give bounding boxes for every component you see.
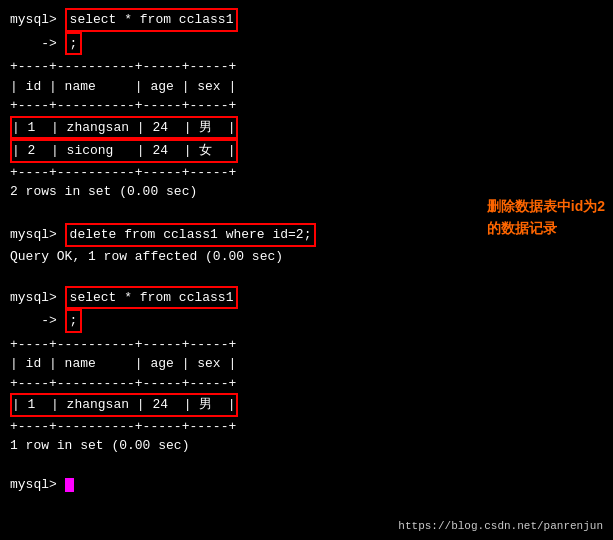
table-divider-1: +----+----------+-----+-----+ — [10, 96, 603, 116]
cmd2-text: delete from cclass1 where id=2; — [70, 227, 312, 242]
command-block-1: mysql> select * from cclass1 -> ; — [10, 8, 603, 55]
table-header-2: | id | name | age | sex | — [10, 354, 603, 374]
cmd3-text: select * from cclass1 — [70, 290, 234, 305]
continuation-3: -> — [10, 313, 65, 328]
prompt-2: mysql> — [10, 227, 65, 242]
cmd1-cont-text: ; — [70, 36, 78, 51]
table-row-2-wrap: | 2 | sicong | 24 | 女 | — [10, 139, 603, 163]
table-row-2: | 2 | sicong | 24 | 女 | — [10, 139, 238, 163]
cmd1-cont-box: ; — [65, 32, 83, 56]
cmd1-box: select * from cclass1 — [65, 8, 239, 32]
cursor — [65, 478, 74, 492]
table-output-1: +----+----------+-----+-----+ | id | nam… — [10, 57, 603, 202]
table-divider-2: +----+----------+-----+-----+ — [10, 374, 603, 394]
table-border-bottom-1: +----+----------+-----+-----+ — [10, 163, 603, 183]
table-output-2: +----+----------+-----+-----+ | id | nam… — [10, 335, 603, 456]
command-block-3: mysql> select * from cclass1 -> ; — [10, 286, 603, 333]
continuation-1: -> — [10, 36, 65, 51]
cmd1-text: select * from cclass1 — [70, 12, 234, 27]
table-border-top-1: +----+----------+-----+-----+ — [10, 57, 603, 77]
result-2: Query OK, 1 row affected (0.00 sec) — [10, 247, 603, 267]
annotation-line1: 删除数据表中id为2 — [487, 195, 605, 217]
table-row-1: | 1 | zhangsan | 24 | 男 | — [10, 116, 238, 140]
table-header-1: | id | name | age | sex | — [10, 77, 603, 97]
result-3: 1 row in set (0.00 sec) — [10, 436, 603, 456]
cmd2-box: delete from cclass1 where id=2; — [65, 223, 317, 247]
cmd3-cont-text: ; — [70, 313, 78, 328]
prompt-1: mysql> — [10, 12, 65, 27]
table-row-3-wrap: | 1 | zhangsan | 24 | 男 | — [10, 393, 603, 417]
terminal: mysql> select * from cclass1 -> ; +----+… — [10, 8, 603, 495]
annotation: 删除数据表中id为2 的数据记录 — [487, 195, 605, 240]
cmd3-cont-box: ; — [65, 309, 83, 333]
table-border-bottom-2: +----+----------+-----+-----+ — [10, 417, 603, 437]
prompt-final: mysql> — [10, 477, 65, 492]
final-prompt: mysql> — [10, 475, 603, 495]
table-row-1-wrap: | 1 | zhangsan | 24 | 男 | — [10, 116, 603, 140]
table-border-top-2: +----+----------+-----+-----+ — [10, 335, 603, 355]
annotation-line2: 的数据记录 — [487, 217, 605, 239]
cmd3-box: select * from cclass1 — [65, 286, 239, 310]
prompt-3: mysql> — [10, 290, 65, 305]
table-row-3: | 1 | zhangsan | 24 | 男 | — [10, 393, 238, 417]
footer-url: https://blog.csdn.net/panrenjun — [398, 520, 603, 532]
